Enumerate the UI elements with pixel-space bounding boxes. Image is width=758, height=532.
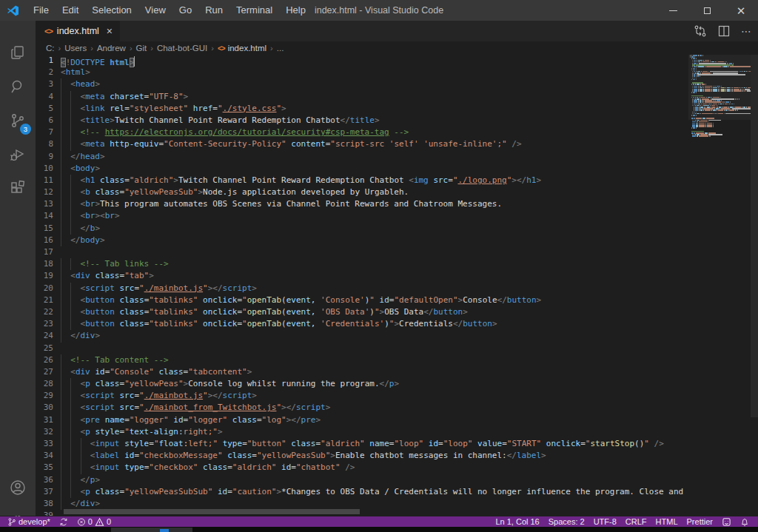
menu-terminal[interactable]: Terminal bbox=[229, 4, 279, 16]
code-line[interactable]: 33 <input style="float:left;" type="butt… bbox=[36, 438, 688, 450]
code-line[interactable]: 35 <input type="checkbox" class="aldrich… bbox=[36, 462, 688, 474]
line-number: 39 bbox=[36, 510, 61, 516]
eol-status[interactable]: CRLF bbox=[621, 517, 651, 526]
code-line[interactable]: 37 <p class="yellowPeasSubSub" id="cauti… bbox=[36, 486, 688, 498]
cursor-position-status[interactable]: Ln 1, Col 16 bbox=[491, 517, 543, 526]
breadcrumb-item[interactable]: C: bbox=[46, 44, 55, 53]
code-line[interactable]: 11 <h1 class="aldrich">Twitch Channel Po… bbox=[36, 175, 688, 186]
line-number: 38 bbox=[36, 498, 61, 510]
indentation-status[interactable]: Spaces: 2 bbox=[544, 517, 589, 526]
notifications-bell[interactable] bbox=[736, 517, 758, 527]
minimize-icon bbox=[669, 10, 677, 11]
branch-status[interactable]: develop* bbox=[0, 517, 55, 527]
breadcrumb-item[interactable]: Andrew bbox=[97, 44, 126, 53]
code-line[interactable]: 31 <pre name="logger" id="logger" class=… bbox=[36, 414, 688, 426]
code-line[interactable]: 28 <p class="yellowPeas">Console log whi… bbox=[36, 378, 688, 390]
code-line[interactable]: 24 </div> bbox=[36, 330, 688, 342]
windows-taskbar-edge bbox=[0, 527, 758, 532]
code-line[interactable]: 14 <br><br> bbox=[36, 210, 688, 222]
menu-bar: FileEditSelectionViewGoRunTerminalHelp bbox=[27, 0, 312, 21]
breadcrumb-file-icon: <> bbox=[218, 44, 225, 53]
code-line[interactable]: 2<html> bbox=[36, 67, 688, 78]
menu-run[interactable]: Run bbox=[198, 4, 229, 16]
formatter-status[interactable]: Prettier bbox=[682, 517, 717, 526]
code-line[interactable]: 29 <script src="./mainbot.js"></script> bbox=[36, 390, 688, 402]
code-line[interactable]: 30 <script src="./mainbot_from_Twitchbot… bbox=[36, 402, 688, 414]
run-debug-icon[interactable] bbox=[0, 138, 36, 172]
code-line[interactable]: 1<!DOCTYPE html> bbox=[36, 55, 688, 67]
line-number: 16 bbox=[36, 235, 61, 246]
minimize-button[interactable] bbox=[656, 0, 690, 21]
code-line[interactable]: 7 <!-- https://electronjs.org/docs/tutor… bbox=[36, 127, 688, 138]
horizontal-scrollbar[interactable] bbox=[64, 509, 360, 514]
menu-go[interactable]: Go bbox=[172, 4, 198, 16]
line-number: 4 bbox=[36, 91, 61, 103]
line-number: 13 bbox=[36, 198, 61, 210]
code-line[interactable]: 20 <script src="./mainbot.js"></script> bbox=[36, 283, 688, 294]
open-changes-icon[interactable] bbox=[694, 24, 707, 38]
code-line[interactable]: 3 <head> bbox=[36, 78, 688, 90]
breadcrumb-separator: › bbox=[270, 44, 273, 53]
code-line[interactable]: 4 <meta charset="UTF-8"> bbox=[36, 91, 688, 103]
code-line[interactable]: 15 </b> bbox=[36, 223, 688, 235]
code-line[interactable]: 12 <b class="yellowPeasSub">Node.js appl… bbox=[36, 186, 688, 198]
code-line[interactable]: 5 <link rel="stylesheet" href="./style.c… bbox=[36, 103, 688, 115]
code-line[interactable]: 6 <title>Twitch Channel Point Reward Red… bbox=[36, 115, 688, 127]
code-line[interactable]: 17 bbox=[36, 246, 688, 258]
source-control-icon[interactable]: 3 bbox=[0, 104, 36, 138]
code-line[interactable]: 25 bbox=[36, 343, 688, 354]
code-editor[interactable]: 1<!DOCTYPE html>2<html>3 <head>4 <meta c… bbox=[36, 55, 688, 516]
line-number: 32 bbox=[36, 426, 61, 438]
code-line[interactable]: 38 </div> bbox=[36, 498, 688, 510]
sync-icon bbox=[59, 517, 68, 527]
code-line[interactable]: 22 <button class="tablinks" onclick="ope… bbox=[36, 306, 688, 318]
code-line[interactable]: 32 <p style="text-align:right;"> bbox=[36, 426, 688, 438]
encoding-status[interactable]: UTF-8 bbox=[589, 517, 621, 526]
title-bar: FileEditSelectionViewGoRunTerminalHelp i… bbox=[0, 0, 758, 21]
menu-help[interactable]: Help bbox=[279, 4, 312, 16]
code-line[interactable]: 18 <!-- Tab links --> bbox=[36, 258, 688, 270]
split-editor-icon[interactable] bbox=[717, 24, 731, 38]
line-number: 18 bbox=[36, 258, 61, 270]
account-icon[interactable] bbox=[0, 471, 36, 505]
code-line[interactable]: 21 <button class="tablinks" onclick="ope… bbox=[36, 294, 688, 306]
code-line[interactable]: 23 <button class="tablinks" onclick="ope… bbox=[36, 318, 688, 330]
search-icon[interactable] bbox=[0, 70, 36, 104]
minimap[interactable] bbox=[688, 55, 751, 516]
tab-index-html[interactable]: <> index.html × bbox=[36, 21, 120, 41]
breadcrumb-item[interactable]: Chat-bot-GUI bbox=[157, 44, 207, 53]
code-line[interactable]: 36 </p> bbox=[36, 474, 688, 486]
code-line[interactable]: 16 </body> bbox=[36, 235, 688, 246]
close-button[interactable]: ✕ bbox=[724, 0, 758, 21]
breadcrumb-item[interactable]: Git bbox=[136, 44, 147, 53]
code-line[interactable]: 13 <br>This program automates OBS Scenes… bbox=[36, 198, 688, 210]
code-line[interactable]: 9 </head> bbox=[36, 151, 688, 163]
menu-edit[interactable]: Edit bbox=[56, 4, 85, 16]
language-mode-status[interactable]: HTML bbox=[651, 517, 682, 526]
maximize-button[interactable] bbox=[690, 0, 724, 21]
sync-status[interactable] bbox=[55, 517, 73, 527]
menu-view[interactable]: View bbox=[138, 4, 172, 16]
breadcrumb-tail[interactable]: ... bbox=[277, 44, 284, 53]
code-line[interactable]: 19 <div class="tab"> bbox=[36, 270, 688, 282]
extensions-icon[interactable] bbox=[0, 172, 36, 206]
explorer-icon[interactable] bbox=[0, 36, 36, 70]
code-line[interactable]: 10 <body> bbox=[36, 163, 688, 175]
code-line[interactable]: 27 <div id="Console" class="tabcontent"> bbox=[36, 366, 688, 378]
line-number: 25 bbox=[36, 343, 61, 354]
more-actions-icon[interactable]: ⋯ bbox=[741, 25, 752, 37]
code-line[interactable]: 26 <!-- Tab content --> bbox=[36, 354, 688, 366]
breadcrumb-file[interactable]: index.html bbox=[228, 44, 266, 53]
tab-close-icon[interactable]: × bbox=[107, 25, 113, 37]
code-line[interactable]: 34 <label id="checkboxMessage" class="ye… bbox=[36, 450, 688, 462]
minimap-viewport[interactable] bbox=[688, 55, 751, 120]
menu-file[interactable]: File bbox=[27, 4, 56, 16]
line-number: 1 bbox=[36, 55, 61, 67]
breadcrumb-item[interactable]: Users bbox=[64, 44, 87, 53]
line-number: 15 bbox=[36, 223, 61, 235]
menu-selection[interactable]: Selection bbox=[85, 4, 138, 16]
vertical-scrollbar[interactable] bbox=[751, 55, 758, 417]
code-line[interactable]: 8 <meta http-equiv="Content-Security-Pol… bbox=[36, 138, 688, 150]
problems-status[interactable]: 0 0 bbox=[73, 517, 115, 527]
feedback-smiley[interactable] bbox=[717, 517, 736, 527]
